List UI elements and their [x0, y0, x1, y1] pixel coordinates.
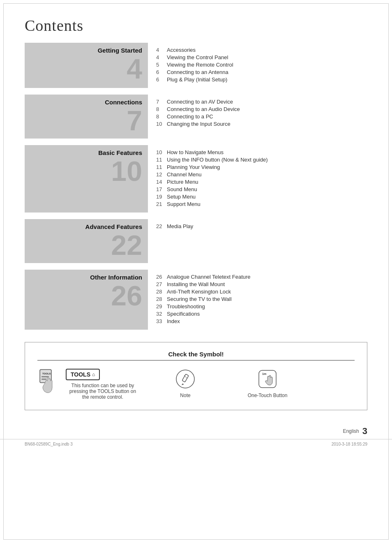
table-row: 28Securing the TV to the Wall	[156, 296, 367, 302]
section-number-other-information: 26	[111, 282, 142, 310]
entry-page-num: 8	[156, 106, 167, 112]
note-label: Note	[180, 393, 190, 398]
entry-page-num: 33	[156, 318, 167, 324]
entry-page-num: 4	[156, 47, 167, 53]
table-row: 19Setup Menu	[156, 194, 367, 200]
entry-text: Viewing the Control Panel	[167, 54, 367, 60]
table-row: 7Connecting to an AV Device	[156, 99, 367, 105]
tools-symbol-item: TOOLS TOOLS ⌂ This function can be used …	[37, 369, 144, 400]
entry-text: Index	[167, 318, 367, 324]
table-row: 21Support Menu	[156, 201, 367, 207]
entry-page-num: 28	[156, 289, 167, 295]
entry-text: Specifications	[167, 311, 367, 317]
entry-text: Accessories	[167, 47, 367, 53]
section-entries-basic-features: 10How to Navigate Menus11Using the INFO …	[148, 145, 367, 213]
tools-hand-icon: TOOLS	[37, 369, 60, 394]
toc-section-getting-started: Getting Started44Accessories4Viewing the…	[25, 43, 367, 88]
table-row: 27Installing the Wall Mount	[156, 281, 367, 287]
footer: English 3	[0, 423, 392, 439]
svg-line-6	[184, 375, 187, 379]
table-row: 10How to Navigate Menus	[156, 149, 367, 155]
section-label-box-connections: Connections7	[25, 95, 148, 139]
table-row: 17Sound Menu	[156, 186, 367, 192]
section-entries-advanced-features: 22Media Play	[148, 219, 367, 263]
footer-language: English	[343, 428, 359, 434]
table-row: 26Analogue Channel Teletext Feature	[156, 274, 367, 280]
tools-icon-symbol: ⌂	[92, 372, 95, 377]
entry-text: Channel Menu	[167, 171, 367, 178]
symbol-box: Check the Symbol! TOOLS	[25, 342, 367, 410]
entry-page-num: 32	[156, 311, 167, 317]
page-title: Contents	[25, 16, 367, 35]
entry-page-num: 12	[156, 171, 167, 178]
table-row: 6Plug & Play (Initial Setup)	[156, 76, 367, 83]
section-number-getting-started: 4	[127, 55, 142, 83]
table-row: 8Connecting to an Audio Device	[156, 106, 367, 112]
section-entries-connections: 7Connecting to an AV Device8Connecting t…	[148, 95, 367, 139]
entry-text: Troubleshooting	[167, 303, 367, 310]
entry-text: Connecting to an Audio Device	[167, 106, 367, 112]
entry-text: Analogue Channel Teletext Feature	[167, 274, 367, 280]
table-row: 6Connecting to an Antenna	[156, 69, 367, 75]
svg-point-4	[176, 370, 194, 388]
table-row: 14Picture Menu	[156, 179, 367, 185]
entry-page-num: 6	[156, 76, 167, 83]
section-entries-getting-started: 4Accessories4Viewing the Control Panel5V…	[148, 43, 367, 88]
entry-page-num: 10	[156, 149, 167, 155]
entry-text: Anti-Theft Kensington Lock	[167, 289, 367, 295]
entry-text: Viewing the Remote Control	[167, 62, 367, 68]
entry-text: Connecting to an AV Device	[167, 99, 367, 105]
entry-page-num: 19	[156, 194, 167, 200]
entry-text: Plug & Play (Initial Setup)	[167, 76, 367, 83]
section-label-box-getting-started: Getting Started4	[25, 43, 148, 88]
one-touch-label: One-Touch Button	[248, 393, 288, 398]
entry-text: Installing the Wall Mount	[167, 281, 367, 287]
table-row: 5Viewing the Remote Control	[156, 62, 367, 68]
entry-text: Picture Menu	[167, 179, 367, 185]
svg-rect-3	[42, 379, 46, 380]
section-label-box-basic-features: Basic Features10	[25, 145, 148, 213]
table-row: 22Media Play	[156, 223, 367, 229]
svg-text:TOOLS: TOOLS	[42, 372, 51, 375]
symbol-icons-row: TOOLS TOOLS ⌂ This function can be used …	[37, 369, 355, 400]
section-label-box-advanced-features: Advanced Features22	[25, 219, 148, 263]
table-row: 11Using the INFO button (Now & Next guid…	[156, 157, 367, 163]
entry-text: Support Menu	[167, 201, 367, 207]
toc-section-basic-features: Basic Features1010How to Navigate Menus1…	[25, 145, 367, 213]
tools-description-text: This function can be used by pressing th…	[66, 383, 140, 400]
one-touch-icon-svg: 1m	[257, 369, 278, 389]
entry-page-num: 17	[156, 186, 167, 192]
section-number-advanced-features: 22	[111, 231, 142, 259]
entry-text: Sound Menu	[167, 186, 367, 192]
hand-remote-svg: TOOLS	[37, 369, 60, 394]
entry-page-num: 10	[156, 121, 167, 127]
entry-text: Using the INFO button (Now & Next guide)	[167, 157, 367, 163]
section-label-box-other-information: Other Information26	[25, 270, 148, 330]
bottom-filename: BN68-02589C_Eng.indb 3	[25, 442, 73, 446]
entry-text: Connecting to a PC	[167, 113, 367, 120]
entry-text: How to Navigate Menus	[167, 149, 367, 155]
entry-page-num: 11	[156, 164, 167, 170]
entry-page-num: 27	[156, 281, 167, 287]
tools-label-text: TOOLS	[71, 371, 90, 378]
table-row: 33Index	[156, 318, 367, 324]
entry-text: Media Play	[167, 223, 367, 229]
entry-page-num: 22	[156, 223, 167, 229]
svg-rect-5	[182, 374, 189, 382]
table-row: 4Viewing the Control Panel	[156, 54, 367, 60]
entry-text: Changing the Input Source	[167, 121, 367, 127]
entry-text: Planning Your Viewing	[167, 164, 367, 170]
table-row: 10Changing the Input Source	[156, 121, 367, 127]
bottom-bar: BN68-02589C_Eng.indb 3 2010-3-18 18:55:2…	[0, 439, 392, 449]
table-row: 28Anti-Theft Kensington Lock	[156, 289, 367, 295]
note-symbol-item: Note	[144, 369, 226, 398]
entry-page-num: 7	[156, 99, 167, 105]
table-row: 32Specifications	[156, 311, 367, 317]
tools-button-label: TOOLS ⌂	[66, 369, 100, 380]
entry-page-num: 29	[156, 303, 167, 310]
entry-text: Setup Menu	[167, 194, 367, 200]
table-row: 11Planning Your Viewing	[156, 164, 367, 170]
table-row: 4Accessories	[156, 47, 367, 53]
entry-page-num: 8	[156, 113, 167, 120]
entry-page-num: 4	[156, 54, 167, 60]
